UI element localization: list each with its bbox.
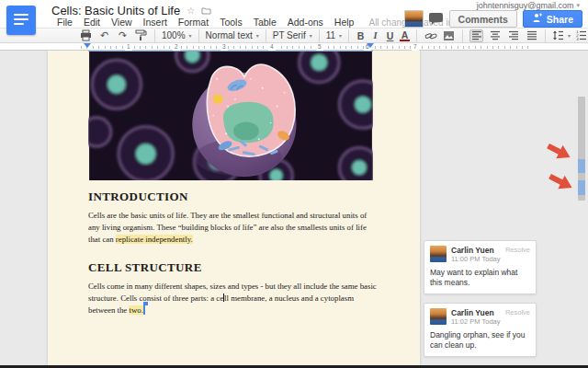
ruler-mark: 7: [412, 43, 419, 51]
numbered-list-button[interactable]: 123▾: [575, 30, 588, 40]
google-docs-logo[interactable]: [6, 6, 36, 35]
align-center-button[interactable]: [488, 29, 502, 42]
ruler-mark: 2: [173, 43, 180, 51]
comment-card[interactable]: Carlin Yuen 11:00 PM Today Resolve May w…: [424, 240, 537, 294]
comment-bubble-icon[interactable]: [429, 12, 444, 26]
commenter-name: Carlin Yuen: [451, 308, 501, 317]
align-left-button[interactable]: [469, 29, 483, 42]
italic-button[interactable]: I: [370, 30, 380, 40]
undo-icon[interactable]: ↶: [97, 29, 111, 42]
font-family-select[interactable]: PT Serif▾: [273, 30, 312, 40]
bold-button[interactable]: B: [356, 30, 366, 41]
paint-format-icon[interactable]: [134, 29, 148, 42]
menu-addons[interactable]: Add-ons: [282, 17, 329, 28]
annotation-arrow-icon: [546, 142, 575, 164]
menu-file[interactable]: File: [51, 17, 78, 28]
ruler-mark: 5: [316, 43, 323, 51]
ruler-ticks: [81, 46, 533, 49]
structure-paragraph[interactable]: Cells come in many different shapes, siz…: [88, 281, 380, 316]
share-person-icon: [532, 13, 542, 25]
align-right-button[interactable]: [506, 29, 520, 42]
star-icon[interactable]: ☆: [187, 6, 195, 16]
text-color-button[interactable]: A: [400, 30, 410, 41]
insert-image-icon[interactable]: [442, 29, 456, 42]
avatar[interactable]: [404, 10, 424, 28]
cell-illustration-image[interactable]: [88, 51, 373, 180]
scrollbar-comment-marker[interactable]: [578, 159, 585, 173]
share-button[interactable]: Share: [523, 10, 582, 28]
chevron-down-icon: ▾: [189, 32, 192, 39]
menu-help[interactable]: Help: [329, 17, 360, 28]
account-email[interactable]: johntennisguy@gmail.com: [477, 1, 574, 10]
menu-table[interactable]: Table: [248, 17, 282, 28]
chevron-down-icon: ▾: [568, 32, 571, 39]
highlighted-text: two.: [129, 305, 142, 315]
document-body[interactable]: INTRODUCTION Cells are the basic units o…: [88, 190, 380, 316]
menu-insert[interactable]: Insert: [138, 17, 173, 28]
collaborator-cursor: [143, 305, 145, 315]
align-justify-button[interactable]: [525, 29, 538, 42]
account-row[interactable]: johntennisguy@gmail.com ▾: [477, 1, 580, 10]
resolve-button[interactable]: Resolve: [505, 308, 530, 326]
scrollbar-comment-marker[interactable]: [578, 180, 585, 195]
line-spacing-button[interactable]: ▾: [552, 30, 571, 40]
ruler-mark: 1: [125, 43, 132, 51]
chevron-down-icon: ▾: [310, 32, 312, 39]
ruler[interactable]: 1 2 3 4 5 6 7: [0, 43, 588, 51]
intro-paragraph[interactable]: Cells are the basic units of life. They …: [88, 210, 380, 246]
header-actions: Comments Share: [404, 10, 582, 28]
comment-time: 11:02 PM Today: [451, 317, 501, 326]
menu-edit[interactable]: Edit: [78, 17, 106, 28]
print-icon[interactable]: [79, 29, 93, 42]
svg-text:3: 3: [576, 37, 579, 40]
menu-tools[interactable]: Tools: [214, 17, 248, 28]
right-indent-marker[interactable]: [367, 43, 374, 48]
google-docs-window: Cells: Basic Units of Life ☆ File Edit V…: [0, 0, 588, 368]
commenter-avatar: [430, 308, 447, 325]
zoom-select[interactable]: 100%▾: [162, 30, 192, 40]
ruler-mark: 4: [268, 43, 276, 51]
comment-card[interactable]: Carlin Yuen 11:02 PM Today Resolve Dangl…: [424, 303, 537, 357]
document-page[interactable]: INTRODUCTION Cells are the basic units o…: [48, 51, 420, 365]
intro-heading: INTRODUCTION: [88, 190, 380, 204]
toolbar: ↶ ↷ 100%▾ Normal text▾ PT Serif▾ 11▾ B I…: [0, 28, 588, 43]
document-area: INTRODUCTION Cells are the basic units o…: [0, 51, 588, 365]
commenter-name: Carlin Yuen: [451, 246, 501, 255]
comment-time: 11:00 PM Today: [451, 255, 501, 263]
chevron-down-icon: ▾: [256, 32, 259, 39]
comment-text: May want to explain what this means.: [430, 268, 530, 288]
structure-heading: CELL STRUCTURE: [88, 260, 380, 275]
comment-text: Dangling orphan, see if you can clean up…: [430, 330, 530, 351]
left-indent-marker[interactable]: [84, 43, 91, 48]
highlighted-text: replicate independently.: [116, 235, 193, 244]
paragraph-style-select[interactable]: Normal text▾: [206, 30, 259, 40]
document-title[interactable]: Cells: Basic Units of Life: [51, 4, 180, 17]
menu-view[interactable]: View: [106, 17, 138, 28]
header: Cells: Basic Units of Life ☆ File Edit V…: [0, 0, 588, 28]
underline-button[interactable]: U: [385, 30, 395, 41]
menu-format[interactable]: Format: [173, 17, 214, 28]
insert-link-icon[interactable]: [424, 29, 437, 42]
resolve-button[interactable]: Resolve: [505, 246, 530, 263]
comments-button[interactable]: Comments: [449, 10, 517, 28]
font-size-select[interactable]: 11▾: [326, 30, 342, 40]
annotation-arrow-icon: [548, 172, 577, 194]
chevron-down-icon: ▾: [339, 32, 342, 39]
ruler-mark: 3: [220, 43, 228, 51]
chevron-down-icon: ▾: [576, 2, 580, 9]
commenter-avatar: [430, 246, 447, 262]
redo-icon[interactable]: ↷: [116, 29, 130, 42]
